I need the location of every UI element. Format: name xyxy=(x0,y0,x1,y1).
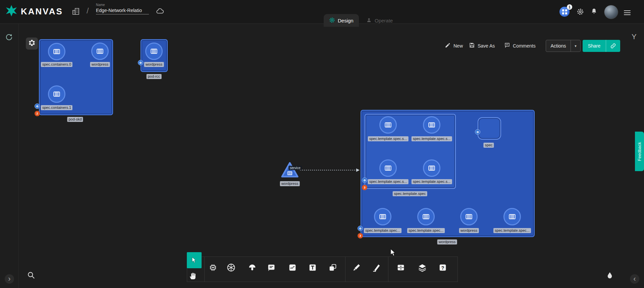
freehand-pen-tool-button[interactable] xyxy=(371,262,382,273)
node-label: spec.template.spec.s... xyxy=(368,179,409,184)
notifications-bell-icon[interactable] xyxy=(590,8,598,16)
container-spec-template-spec[interactable] xyxy=(365,114,456,189)
container-label-deployment: wordpress xyxy=(437,239,457,244)
container-icon xyxy=(384,121,392,129)
text-icon xyxy=(308,263,317,272)
node-label: spec.template.spec... xyxy=(407,228,445,233)
user-avatar[interactable] xyxy=(604,5,618,19)
node-wordpress-2[interactable] xyxy=(145,43,163,60)
node-label: spec.template.spec.s... xyxy=(412,136,452,141)
tab-operate[interactable]: Operate xyxy=(361,14,398,27)
toolbar-divider xyxy=(388,257,388,282)
design-name-label: Name xyxy=(96,3,149,7)
node-template-spec-0[interactable] xyxy=(379,116,397,134)
container-icon xyxy=(96,47,104,56)
operate-tab-label: Operate xyxy=(375,18,393,23)
organization-icon[interactable] xyxy=(72,7,80,17)
container-icon xyxy=(427,164,436,172)
help-tool-button[interactable]: ? xyxy=(437,262,448,273)
collapse-right-panel-chevron[interactable]: ‹ xyxy=(630,274,639,284)
kubernetes-tool-button[interactable] xyxy=(225,262,237,273)
comment-tool-button[interactable] xyxy=(266,262,277,273)
node-bottom-3[interactable] xyxy=(503,208,521,225)
container-spec[interactable] xyxy=(478,117,501,140)
edge-service-to-deployment[interactable] xyxy=(299,167,362,174)
node-template-spec-1[interactable] xyxy=(423,116,440,134)
kubernetes-badge-icon[interactable]: ☸ xyxy=(138,60,143,65)
save-as-label: Save As xyxy=(478,43,495,49)
app-header: KANVAS / Name Design Operate 1 xyxy=(0,0,644,24)
node-bottom-1[interactable] xyxy=(417,208,435,225)
components-tool-button[interactable] xyxy=(207,262,219,273)
node-template-spec-3[interactable] xyxy=(423,159,440,177)
container-label-spec-template-spec: spec.template.spec xyxy=(393,191,427,196)
settings-gear-icon[interactable] xyxy=(577,8,584,17)
container-icon xyxy=(52,47,61,56)
kubernetes-badge-icon[interactable]: ☸ xyxy=(475,129,480,135)
share-button[interactable]: Share xyxy=(583,40,620,52)
cloud-sync-icon[interactable] xyxy=(156,7,164,17)
shapes-quick-button[interactable] xyxy=(26,38,38,50)
copy-link-icon[interactable] xyxy=(606,43,620,49)
text-tool-button[interactable] xyxy=(307,262,318,273)
kanvas-logo-icon xyxy=(5,5,17,18)
feedback-tab[interactable]: Feedback xyxy=(635,132,644,171)
toolbar-divider xyxy=(345,257,345,282)
kubernetes-badge-icon[interactable]: ☸ xyxy=(35,103,40,109)
pencil-icon xyxy=(445,42,451,49)
error-count-badge[interactable]: 2 xyxy=(35,111,40,116)
comments-label: Comments xyxy=(513,43,536,49)
ink-drop-icon[interactable] xyxy=(606,272,614,282)
node-label: spec.template.spec.s... xyxy=(368,136,409,141)
kubernetes-badge-icon[interactable]: ☸ xyxy=(358,226,363,231)
meshery-shapes-tool-button[interactable] xyxy=(247,262,258,273)
comment-box-icon xyxy=(267,263,276,272)
node-spec-containers-1[interactable] xyxy=(48,85,65,103)
error-count-badge[interactable]: 3 xyxy=(358,233,363,238)
container-label-pod-rcc: pod-rcc xyxy=(147,74,162,79)
save-as-button[interactable]: Save As xyxy=(469,42,495,49)
container-icon xyxy=(150,47,158,56)
pen-tool-button[interactable] xyxy=(351,262,362,273)
node-label: spec.template.spec.s... xyxy=(412,179,452,184)
shapes-tool-button[interactable] xyxy=(327,262,338,273)
select-tool-button[interactable] xyxy=(187,252,202,268)
new-button[interactable]: New xyxy=(445,42,463,49)
expand-left-panel-chevron[interactable]: › xyxy=(5,274,14,284)
kanvas-logo[interactable]: KANVAS xyxy=(5,5,63,18)
tab-design[interactable]: Design xyxy=(324,14,359,27)
flower-icon xyxy=(28,39,36,48)
node-wordpress-1[interactable] xyxy=(91,43,109,60)
zoom-search-icon[interactable] xyxy=(27,271,36,281)
service-name-label: wordpress xyxy=(280,181,300,186)
node-bottom-wordpress[interactable] xyxy=(460,208,478,225)
node-bottom-0[interactable] xyxy=(374,208,391,225)
save-icon xyxy=(469,42,475,49)
doodle-tool-button[interactable] xyxy=(287,262,298,273)
comments-button[interactable]: Comments xyxy=(504,42,536,49)
container-label-pod-skd: pod-skd xyxy=(67,117,83,122)
left-rail xyxy=(0,24,19,288)
design-canvas[interactable]: New Save As Comments Actions ▾ Share xyxy=(0,24,644,288)
new-label: New xyxy=(453,43,463,49)
drawer-tool-button[interactable] xyxy=(395,262,407,273)
actions-caret-icon[interactable]: ▾ xyxy=(571,44,580,48)
design-tab-label: Design xyxy=(338,18,354,23)
design-name-input[interactable] xyxy=(96,7,149,14)
pan-tool-button[interactable] xyxy=(187,270,199,282)
operate-tab-icon xyxy=(366,17,372,24)
service-triangle-node[interactable] xyxy=(280,161,299,180)
hamburger-menu-icon[interactable] xyxy=(624,9,631,16)
node-label: wordpress xyxy=(90,62,110,67)
layers-tool-button[interactable] xyxy=(417,262,428,273)
doodle-icon xyxy=(288,263,297,272)
node-template-spec-2[interactable] xyxy=(379,159,397,177)
actions-button[interactable]: Actions ▾ xyxy=(546,40,581,52)
error-count-badge[interactable]: 3 xyxy=(362,185,367,190)
history-sync-icon[interactable] xyxy=(5,33,13,43)
design-tab-icon xyxy=(329,17,335,24)
kubernetes-badge-icon[interactable]: ☸ xyxy=(362,177,367,183)
node-spec-containers-0[interactable] xyxy=(48,43,65,60)
right-panel-toggle[interactable]: Y xyxy=(632,32,637,41)
notification-count-badge[interactable]: 1 xyxy=(567,4,572,10)
